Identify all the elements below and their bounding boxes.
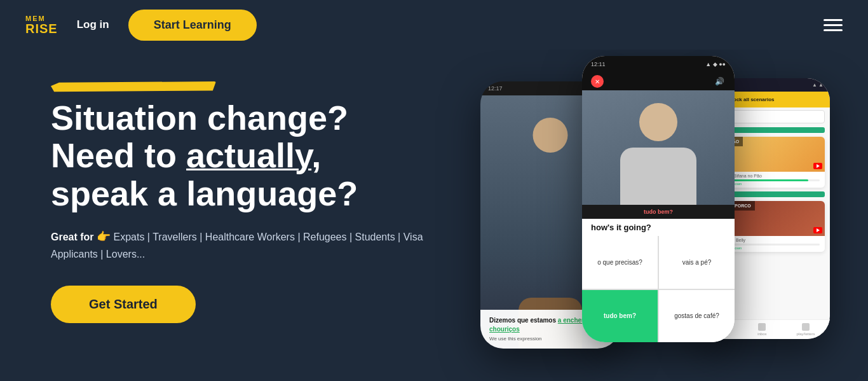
nav-inbox[interactable]: inbox (757, 323, 766, 336)
hero-headline: Situation change? Need to actually, spea… (51, 99, 432, 212)
nav-play[interactable]: play/letters (796, 323, 815, 336)
play-icon (802, 323, 810, 331)
phone-center-icons: ▲ ◆ ●● (705, 61, 726, 67)
center-person-body (620, 148, 696, 205)
inbox-icon (758, 323, 766, 331)
great-for-label: Great for (51, 232, 94, 242)
answer-1[interactable]: o que precisas? (582, 236, 658, 289)
answer-2[interactable]: vais a pé? (659, 236, 735, 289)
close-call-button[interactable]: ✕ (591, 75, 604, 88)
volume-button[interactable]: 🔊 (713, 75, 726, 88)
person-head-left (533, 118, 568, 153)
phones-showcase: 12:17 ▲ ●●● Dizemos que estamos a encher… (423, 50, 868, 375)
logo[interactable]: MEM RISE (25, 15, 58, 35)
point-emoji: 👉 (97, 230, 111, 243)
headline-line1: Situation change? (51, 99, 348, 137)
subtitle-text-plain: Dizemos que estamos (489, 317, 558, 324)
phone-center-time: 12:11 (591, 61, 606, 67)
phone-center-video (582, 90, 735, 205)
center-question: how's it going? (582, 219, 735, 236)
hamburger-line-1 (824, 19, 843, 21)
get-started-button[interactable]: Get Started (51, 286, 196, 323)
phone-left-time: 12:17 (488, 85, 503, 92)
phone-center-status-bar: 12:11 ▲ ◆ ●● (582, 56, 735, 73)
youtube-icon-1 (813, 163, 822, 169)
hero-subtext: Great for 👉 Expats | Travellers | Health… (51, 228, 432, 262)
navbar: MEM RISE Log in Start Learning (0, 0, 868, 50)
headline-line3: speak a language? (51, 174, 358, 212)
headline-actually: actually (186, 136, 311, 174)
phone-center: 12:11 ▲ ◆ ●● ✕ 🔊 tudo bem? how's it goin… (582, 56, 735, 342)
answer-3[interactable]: tudo bem? (582, 290, 658, 343)
phone-center-screen: 12:11 ▲ ◆ ●● ✕ 🔊 tudo bem? how's it goin… (582, 56, 735, 342)
hamburger-line-2 (824, 24, 843, 26)
right-status-right: ▲ ▲ (812, 82, 824, 88)
start-learning-button[interactable]: Start Learning (128, 10, 257, 41)
yt-play-2 (817, 228, 820, 232)
answer-4[interactable]: gostas de café? (659, 290, 735, 343)
tudo-bem-label: tudo bem? (582, 205, 735, 219)
hamburger-menu[interactable] (824, 19, 843, 31)
youtube-icon-2 (813, 227, 822, 233)
headline-line2-start: Need to (51, 136, 186, 174)
login-button[interactable]: Log in (77, 18, 109, 31)
answer-grid: o que precisas? vais a pé? tudo bem? gos… (582, 236, 735, 342)
yt-play-1 (817, 164, 820, 168)
nav-inbox-label: inbox (757, 332, 766, 336)
phone-center-controls: ✕ 🔊 (582, 73, 735, 90)
logo-top: MEM (25, 15, 58, 22)
logo-bottom: RISE (25, 22, 58, 35)
center-person-head (639, 103, 677, 141)
yellow-brush-decoration (51, 81, 216, 93)
nav-play-label: play/letters (796, 332, 815, 336)
hamburger-line-3 (824, 29, 843, 31)
hero-text-block: Situation change? Need to actually, spea… (51, 50, 432, 323)
hero-section: Situation change? Need to actually, spea… (0, 50, 868, 381)
